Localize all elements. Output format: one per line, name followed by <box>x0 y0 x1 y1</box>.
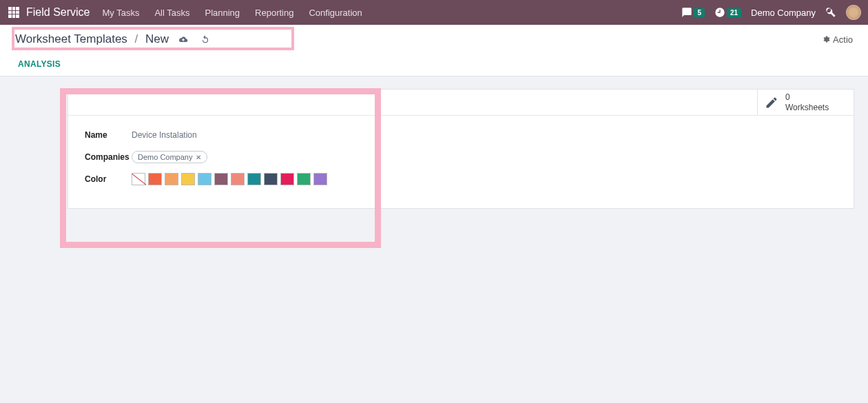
label-name: Name <box>85 130 132 140</box>
breadcrumb-sep: / <box>135 32 138 45</box>
activities-button[interactable]: 21 <box>714 7 741 18</box>
nav-all-tasks[interactable]: All Tasks <box>154 8 189 18</box>
color-swatches <box>132 173 327 185</box>
main: Worksheet Templates / New Actio ANALYSIS… <box>0 25 868 209</box>
nav-configuration[interactable]: Configuration <box>309 8 362 18</box>
pencil-icon <box>765 96 778 110</box>
form-card: 0 Worksheets Name Device Instalation Com… <box>68 89 854 209</box>
worksheets-count: 0 <box>785 92 829 102</box>
breadcrumb-parent[interactable]: Worksheet Templates <box>15 32 127 45</box>
nav-planning[interactable]: Planning <box>205 8 240 18</box>
messages-badge: 5 <box>694 8 705 17</box>
messages-button[interactable]: 5 <box>681 7 705 18</box>
breadcrumb-row: Worksheet Templates / New Actio <box>0 25 868 52</box>
color-swatch-9[interactable] <box>280 173 294 185</box>
avatar[interactable] <box>846 5 861 20</box>
nav-links: My Tasks All Tasks Planning Reporting Co… <box>102 8 362 18</box>
color-swatch-10[interactable] <box>297 173 311 185</box>
form-body: Name Device Instalation Companies Demo C… <box>68 116 854 208</box>
color-swatch-8[interactable] <box>264 173 278 185</box>
row-color: Color <box>85 171 837 187</box>
company-tag[interactable]: Demo Company ✕ <box>132 151 207 163</box>
company-selector[interactable]: Demo Company <box>751 8 816 18</box>
gear-icon <box>822 35 830 43</box>
color-swatch-5[interactable] <box>214 173 228 185</box>
worksheets-label: Worksheets <box>785 103 829 112</box>
card-wrap: 0 Worksheets Name Device Instalation Com… <box>0 89 868 209</box>
row-companies: Companies Demo Company ✕ <box>85 149 837 165</box>
color-swatch-2[interactable] <box>165 173 178 185</box>
color-swatch-3[interactable] <box>181 173 195 185</box>
app-name[interactable]: Field Service <box>26 6 90 19</box>
company-tag-label: Demo Company <box>138 153 192 161</box>
action-label: Actio <box>833 34 853 45</box>
topbar-right: 5 21 Demo Company <box>681 5 861 20</box>
color-swatch-4[interactable] <box>198 173 211 185</box>
color-swatch-7[interactable] <box>247 173 261 185</box>
card-header: 0 Worksheets <box>68 90 854 116</box>
color-swatch-11[interactable] <box>313 173 327 185</box>
color-swatch-1[interactable] <box>148 173 162 185</box>
nav-my-tasks[interactable]: My Tasks <box>102 8 139 18</box>
label-color: Color <box>85 174 132 184</box>
cloud-save-icon[interactable] <box>178 34 188 44</box>
nav-reporting[interactable]: Reporting <box>255 8 293 18</box>
color-swatch-6[interactable] <box>231 173 245 185</box>
topbar: Field Service My Tasks All Tasks Plannin… <box>0 0 868 25</box>
remove-tag-icon[interactable]: ✕ <box>196 154 201 161</box>
row-name: Name Device Instalation <box>85 127 837 143</box>
name-input[interactable]: Device Instalation <box>132 130 197 140</box>
companies-input[interactable]: Demo Company ✕ <box>132 151 207 163</box>
wrench-icon[interactable] <box>825 7 836 18</box>
tabstrip: ANALYSIS <box>0 52 868 76</box>
discard-icon[interactable] <box>200 34 210 44</box>
color-swatch-0[interactable] <box>132 173 145 185</box>
worksheets-button[interactable]: 0 Worksheets <box>757 90 854 115</box>
breadcrumb: Worksheet Templates / New <box>15 32 169 46</box>
chat-icon <box>681 7 692 18</box>
clock-icon <box>714 7 725 18</box>
activities-badge: 21 <box>727 8 741 17</box>
tab-analysis[interactable]: ANALYSIS <box>15 52 63 76</box>
label-companies: Companies <box>85 152 132 162</box>
action-menu[interactable]: Actio <box>822 34 853 45</box>
apps-icon[interactable] <box>8 7 19 18</box>
breadcrumb-current: New <box>145 32 169 45</box>
